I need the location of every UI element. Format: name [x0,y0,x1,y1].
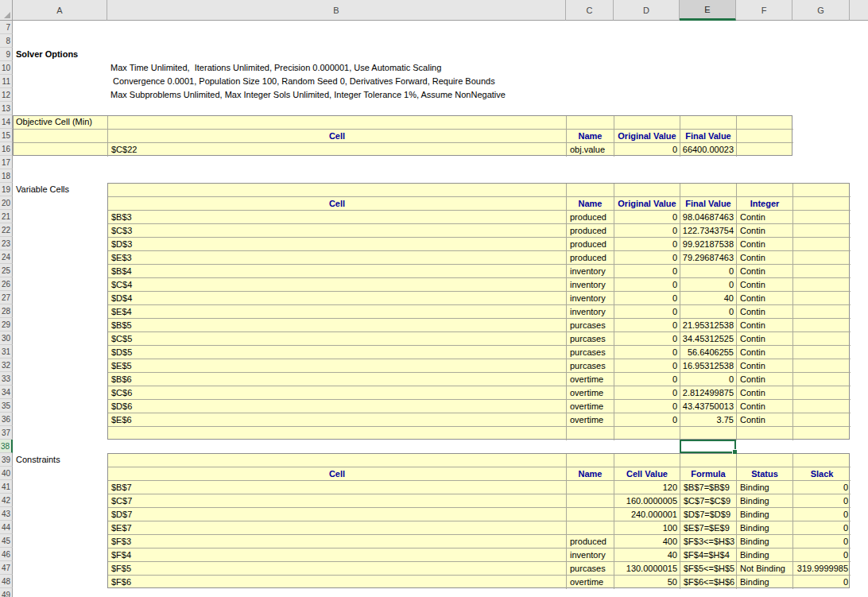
cell-E46[interactable]: $F$4=$H$4 [680,549,737,562]
cell-B24[interactable]: $E$3 [108,251,567,265]
cell-G36[interactable] [793,413,851,427]
cell-E26[interactable]: 0 [680,278,737,292]
cell-G22[interactable] [793,224,851,238]
cell-F23[interactable]: Contin [737,238,793,251]
cell-C40[interactable]: Name [567,467,614,481]
cell-B27[interactable]: $D$4 [108,292,567,305]
cell-F42[interactable]: Binding [737,494,793,508]
row-header-46[interactable]: 46 [0,548,13,561]
cell-D14[interactable] [614,116,680,130]
cell-G27[interactable] [793,292,851,305]
row-header-30[interactable]: 30 [0,331,13,345]
cell-C34[interactable]: overtime [567,386,614,400]
cell-G37[interactable] [793,427,851,440]
cell-F30[interactable]: Contin [737,332,793,346]
cell-E32[interactable]: 16.95312538 [680,359,737,373]
cell-B29[interactable]: $B$5 [108,319,567,332]
cell-G29[interactable] [793,319,851,332]
cell-E16[interactable]: 66400.00023 [680,143,737,157]
cell-F41[interactable]: Binding [737,481,793,494]
row-header-38[interactable]: 38 [0,440,13,453]
cell-G31[interactable] [793,346,851,359]
cell-B25[interactable]: $B$4 [108,265,567,278]
cell-E15[interactable]: Final Value [680,130,737,143]
cell-C47[interactable]: purcases [567,562,614,576]
cell-D34[interactable]: 0 [614,386,680,400]
cell-G43[interactable]: 0 [793,508,851,521]
cell-F35[interactable]: Contin [737,400,793,413]
cell-G41[interactable]: 0 [793,481,851,494]
cell-E25[interactable]: 0 [680,265,737,278]
row-header-15[interactable]: 15 [0,129,13,142]
cell-B30[interactable]: $C$5 [108,332,567,346]
cell-G35[interactable] [793,400,851,413]
cell-D19[interactable] [614,184,680,197]
cell-D16[interactable]: 0 [614,143,680,157]
row-header-40[interactable]: 40 [0,467,13,480]
cell-B42[interactable]: $C$7 [108,494,567,508]
cell-G30[interactable] [793,332,851,346]
cell-C15[interactable]: Name [567,130,614,143]
cell-C20[interactable]: Name [567,197,614,211]
cell-D32[interactable]: 0 [614,359,680,373]
cell-F25[interactable]: Contin [737,265,793,278]
column-header-E[interactable]: E [680,0,736,21]
cell-F46[interactable]: Binding [737,549,793,562]
cell-C21[interactable]: produced [567,211,614,224]
cell-F26[interactable]: Contin [737,278,793,292]
row-header-9[interactable]: 9 [0,48,13,61]
cell-E31[interactable]: 56.6406255 [680,346,737,359]
cell-D21[interactable]: 0 [614,211,680,224]
cell-B48[interactable]: $F$6 [108,576,567,589]
row-header-33[interactable]: 33 [0,372,13,386]
cell-B26[interactable]: $C$4 [108,278,567,292]
cell-G46[interactable]: 0 [793,549,851,562]
cell-F19[interactable] [737,184,793,197]
row-header-36[interactable]: 36 [0,413,13,426]
cell-G33[interactable] [793,373,851,386]
cell-G24[interactable] [793,251,851,265]
cell-C31[interactable]: purcases [567,346,614,359]
cell-D44[interactable]: 100 [614,521,680,535]
cell-E27[interactable]: 40 [680,292,737,305]
cell-B28[interactable]: $E$4 [108,305,567,319]
cell-E34[interactable]: 2.812499875 [680,386,737,400]
cell-D29[interactable]: 0 [614,319,680,332]
cell-G45[interactable]: 0 [793,535,851,549]
cell-C41[interactable] [567,481,614,494]
cell-G25[interactable] [793,265,851,278]
column-header-B[interactable]: B [107,0,566,21]
cell-F24[interactable]: Contin [737,251,793,265]
cell-G21[interactable] [793,211,851,224]
cell-B36[interactable]: $E$6 [108,413,567,427]
cell-C43[interactable] [567,508,614,521]
cell-B40[interactable]: Cell [108,467,567,481]
cell-E36[interactable]: 3.75 [680,413,737,427]
cell-E14[interactable] [680,116,737,130]
row-header-43[interactable]: 43 [0,507,13,521]
cell-B11-solver-option-line-2[interactable]: Convergence 0.0001, Population Size 100,… [110,75,495,88]
row-header-7[interactable]: 7 [0,21,13,34]
cell-D42[interactable]: 160.0000005 [614,494,680,508]
cell-C26[interactable]: inventory [567,278,614,292]
cell-D15[interactable]: Original Value [614,130,680,143]
cell-D48[interactable]: 50 [614,576,680,589]
row-header-23[interactable]: 23 [0,237,13,250]
row-header-27[interactable]: 27 [0,291,13,304]
cell-F15[interactable] [737,130,793,143]
cell-C16[interactable]: obj.value [567,143,614,157]
row-header-21[interactable]: 21 [0,210,13,223]
cell-F33[interactable]: Contin [737,373,793,386]
cell-D41[interactable]: 120 [614,481,680,494]
cell-C22[interactable]: produced [567,224,614,238]
cell-C24[interactable]: produced [567,251,614,265]
cell-C33[interactable]: overtime [567,373,614,386]
cell-C30[interactable]: purcases [567,332,614,346]
cell-G40[interactable]: Slack [793,467,851,481]
cell-E42[interactable]: $C$7=$C$9 [680,494,737,508]
cell-G32[interactable] [793,359,851,373]
cell-B44[interactable]: $E$7 [108,521,567,535]
cell-E41[interactable]: $B$7=$B$9 [680,481,737,494]
row-header-37[interactable]: 37 [0,426,13,440]
cell-D36[interactable]: 0 [614,413,680,427]
